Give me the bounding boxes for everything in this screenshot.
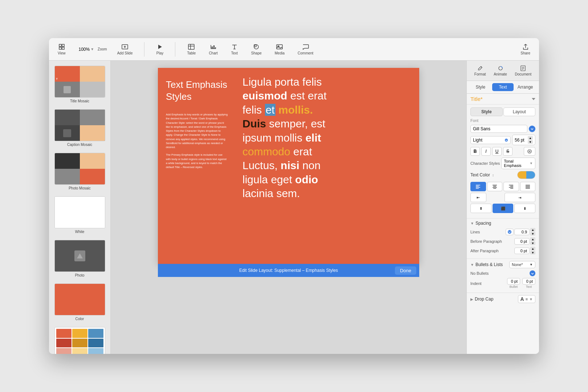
slide-text-odio: odio [295,173,318,185]
align-left-btn[interactable] [470,182,486,191]
valign-top-btn[interactable]: ⬆ [470,204,491,213]
chart-button[interactable]: Chart [206,42,220,57]
font-size-box[interactable]: 56 pt ▲ ▼ [512,135,535,145]
lines-up-btn[interactable]: ▲ [530,228,535,232]
dropcap-value[interactable]: A ≡ ▼ [518,295,535,303]
spacing-header[interactable]: ▼ Spacing [470,221,535,226]
share-button[interactable]: Share [518,42,533,57]
char-styles-dropdown[interactable]: Tonal Emphasis ▼ [501,158,535,169]
no-bullets-btn[interactable] [530,270,535,276]
indent-bullet-val-box[interactable]: 0 pt [507,278,520,285]
font-size-down-btn[interactable]: ▼ [528,140,533,144]
status-bar-text: Edit Slide Layout: Supplemental – Emphas… [239,268,338,273]
lines-value: 0.9 ▲ ▼ [506,228,535,236]
text-color-swatch[interactable] [517,171,535,179]
no-bullets-label: No Bullets [470,271,489,275]
indent-bullet-label: Bullet [510,285,518,289]
format-tool[interactable]: Format [472,64,488,78]
view-button[interactable]: View [55,42,69,57]
bold-button[interactable]: B [470,147,480,156]
before-para-value: 0 pt ▲ ▼ [514,237,535,245]
chevron-down-icon [532,98,535,100]
add-slide-button[interactable]: Add Slide [114,42,136,57]
slide-thumb-white[interactable]: White [52,195,107,236]
rp-toolbar: Format Animate Documen [467,61,539,81]
slide-left-panel: Text Emphasis Styles Add Emphasis to key… [158,68,236,264]
slide-canvas[interactable]: Text Emphasis Styles Add Emphasis to key… [158,68,419,264]
animate-tool[interactable]: Animate [491,64,509,78]
sl-tab-style[interactable]: Style [470,107,503,116]
slide-thumb-photo-mosaic[interactable]: Photo Mosaic [52,151,107,192]
title-selector[interactable]: Title* [467,94,539,105]
table-button[interactable]: Table [184,42,199,57]
font-section-label: Font [470,118,535,123]
font-weight-box[interactable]: Light [470,136,511,144]
bullets-dropdown[interactable]: None* ▼ [509,261,535,268]
zoom-button[interactable]: 100% ▼ [76,45,97,53]
valign-middle-btn[interactable]: ⬛ [493,204,514,213]
font-size-stepper[interactable]: ▲ ▼ [528,136,533,144]
after-para-stepper[interactable]: ▲ ▼ [530,247,535,254]
indent-increase-btn[interactable]: ⇥ [505,193,536,202]
lines-val-box[interactable]: 0.9 [514,229,530,235]
slide-thumb-color[interactable]: Color [52,282,107,323]
align-right-btn[interactable] [503,182,519,191]
before-para-label: Before Paragraph [470,239,502,244]
before-para-row: Before Paragraph 0 pt ▲ ▼ [470,237,535,245]
font-name-dropdown[interactable]: Gill Sans [470,125,527,133]
before-para-stepper[interactable]: ▲ ▼ [530,237,535,245]
play-button[interactable]: Play [153,42,166,57]
document-tool[interactable]: Document [513,64,534,78]
indent-text-val-box[interactable]: 0 pt [522,278,535,285]
slide-text-nisi: nisi [281,159,299,171]
align-center-btn[interactable] [487,182,503,191]
slide-thumb-img-supp-palettes [54,327,105,354]
tab-text[interactable]: Text [492,83,514,91]
underline-button[interactable]: U [492,147,502,156]
slide-text-ligula: ligula eget [242,173,295,185]
sl-tab-layout[interactable]: Layout [503,107,536,116]
svg-rect-3 [62,47,64,49]
slide-thumb-photo[interactable]: Photo [52,238,107,279]
lines-stepper[interactable]: ▲ ▼ [530,228,535,236]
text-options-button[interactable] [524,147,535,156]
slide-thumb-caption-mosaic[interactable]: Caption Mosaic [52,108,107,148]
text-button[interactable]: Text [228,42,241,57]
after-para-down-btn[interactable]: ▼ [530,251,535,254]
italic-button[interactable]: I [481,147,491,156]
bullets-header[interactable]: ▼ Bullets & Lists None* ▼ [470,261,535,268]
slide-thumb-supp-palettes[interactable]: Supplemental – Palettes [52,326,107,354]
font-size-up-btn[interactable]: ▲ [528,136,533,140]
bullets-section: ▼ Bullets & Lists None* ▼ No Bullets Ind… [467,259,539,293]
slide-thumb-title-mosaic[interactable]: T Title Mosaic [52,64,107,105]
slide-text-mollis: mollis. [275,104,313,116]
font-name-row: Gill Sans [470,125,535,133]
comment-button[interactable]: Comment [295,42,316,57]
tab-style[interactable]: Style [470,83,491,91]
text-color-row: Text Color ↕ [470,171,535,179]
svg-rect-2 [59,47,61,49]
toolbar-group-left: View [55,42,69,57]
done-button[interactable]: Done [395,266,416,275]
valign-bottom-btn[interactable]: ⬇ [514,204,535,213]
before-para-down-btn[interactable]: ▼ [530,241,535,245]
indent-decrease-btn[interactable]: ⇤ [470,193,486,202]
slide-thumb-img-color [54,283,105,315]
align-justify-btn[interactable] [520,182,536,191]
dropcap-header[interactable]: ▶ Drop Cap A ≡ ▼ [470,295,535,303]
after-para-up-btn[interactable]: ▲ [530,247,535,250]
slide-text-commodo: commodo [242,146,290,158]
font-dropdown-blue-btn[interactable] [529,126,535,132]
strikethrough-button[interactable]: S [503,147,513,156]
after-para-val-box[interactable]: 0 pt [514,248,530,254]
before-para-val-box[interactable]: 0 pt [514,238,530,245]
before-para-up-btn[interactable]: ▲ [530,237,535,241]
shape-button[interactable]: Shape [248,42,265,57]
svg-point-49 [508,230,511,234]
lines-down-btn[interactable]: ▼ [530,232,535,236]
media-button[interactable]: Media [272,42,287,57]
tab-arrange[interactable]: Arrange [514,83,536,91]
svg-rect-8 [188,44,194,49]
font-size-row: Light 56 pt ▲ ▼ [470,135,535,145]
slide-title: Text Emphasis Styles [166,79,228,102]
